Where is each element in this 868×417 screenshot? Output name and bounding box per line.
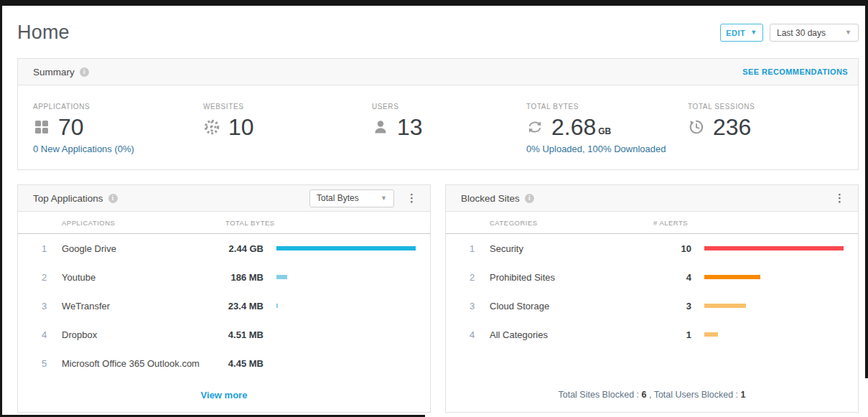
- table-row[interactable]: 4 Dropbox 4.51 MB: [18, 320, 430, 349]
- row-rank: 2: [42, 272, 62, 283]
- kebab-menu-icon[interactable]: ⋮: [831, 192, 848, 205]
- metric-label: WEBSITES: [203, 103, 372, 111]
- date-range-select[interactable]: Last 30 days ▼: [770, 24, 859, 42]
- blocked-sites-panel: Blocked Sites i ⋮ CATEGORIES # ALERTS 1 …: [445, 184, 859, 413]
- history-clock-icon: [688, 118, 705, 136]
- top-applications-footer: View more: [18, 378, 430, 412]
- metric-unit: GB: [598, 126, 611, 136]
- info-icon[interactable]: i: [80, 67, 89, 77]
- summary-panel: Summary i SEE RECOMMENDATIONS APPLICATIO…: [17, 58, 859, 170]
- blocked-totals-text: Total Sites Blocked : 6 , Total Users Bl…: [558, 390, 745, 400]
- row-name: Youtube: [62, 272, 209, 283]
- metric-label: TOTAL BYTES: [526, 103, 688, 111]
- metric-value: 236: [713, 116, 751, 139]
- metric-label: APPLICATIONS: [33, 103, 203, 111]
- row-value: 2.44 GB: [209, 243, 271, 254]
- blocked-sites-footer: Total Sites Blocked : 6 , Total Users Bl…: [446, 378, 858, 412]
- see-recommendations-link[interactable]: SEE RECOMMENDATIONS: [742, 67, 848, 76]
- metric-selector[interactable]: Total Bytes ▼: [309, 189, 394, 207]
- metric-applications: APPLICATIONS 70 0 New Applications (0%): [33, 103, 203, 169]
- row-name: Dropbox: [62, 329, 209, 340]
- table-row[interactable]: 3 WeTransfer 23.4 MB: [18, 291, 430, 320]
- summary-title: Summary: [33, 67, 75, 78]
- column-header-applications: APPLICATIONS: [62, 219, 209, 227]
- value-bar: [276, 304, 278, 308]
- metric-label: TOTAL SESSIONS: [688, 103, 755, 111]
- row-value: 10: [637, 243, 699, 254]
- row-rank: 1: [470, 243, 490, 254]
- row-name: Cloud Storage: [490, 301, 637, 311]
- summary-metrics: APPLICATIONS 70 0 New Applications (0%) …: [18, 85, 858, 169]
- globe-icon: [203, 118, 220, 136]
- blocked-sites-title: Blocked Sites: [461, 193, 520, 204]
- total-users-blocked-value: 1: [741, 390, 746, 400]
- blocked-sites-header: Blocked Sites i ⋮: [446, 185, 858, 212]
- row-name: WeTransfer: [62, 301, 209, 311]
- new-applications-link[interactable]: 0 New Applications (0%): [33, 144, 203, 154]
- value-bar: [704, 275, 760, 279]
- metric-value: 10: [228, 116, 254, 139]
- row-rank: 3: [470, 301, 490, 311]
- row-rank: 3: [42, 301, 62, 311]
- row-value: 3: [637, 301, 699, 311]
- dashboard-page: Home EDIT ▼ Last 30 days ▼ Summary i SEE…: [2, 6, 865, 416]
- top-applications-panel: Top Applications i Total Bytes ▼ ⋮ APPLI…: [17, 184, 431, 413]
- column-header-total-bytes: TOTAL BYTES: [209, 219, 271, 227]
- user-icon: [372, 118, 389, 136]
- kebab-menu-icon[interactable]: ⋮: [403, 192, 420, 205]
- table-row[interactable]: 4 All Categories 1: [446, 320, 858, 349]
- column-header-alerts: # ALERTS: [637, 219, 699, 227]
- row-value: 4.51 MB: [209, 329, 271, 340]
- table-row[interactable]: 1 Security 10: [446, 234, 858, 263]
- info-icon[interactable]: i: [525, 194, 534, 203]
- window-frame-right: [865, 0, 868, 378]
- value-bar: [704, 246, 844, 250]
- row-value: 23.4 MB: [209, 301, 271, 311]
- bar-track: [704, 304, 844, 308]
- edit-button[interactable]: EDIT ▼: [720, 24, 763, 42]
- bar-track: [276, 361, 416, 365]
- row-name: Microsoft Office 365 Outlook.com: [62, 358, 209, 369]
- metric-value: 70: [58, 116, 84, 139]
- metric-websites: WEBSITES 10: [203, 103, 372, 169]
- top-applications-table-header: APPLICATIONS TOTAL BYTES: [18, 212, 430, 234]
- window-frame-top: [0, 0, 868, 6]
- page-header: Home EDIT ▼ Last 30 days ▼: [2, 6, 865, 58]
- blocked-sites-table-header: CATEGORIES # ALERTS: [446, 212, 858, 234]
- metric-selector-value: Total Bytes: [317, 193, 359, 203]
- bar-track: [276, 275, 416, 279]
- bar-track: [276, 246, 416, 250]
- row-value: 186 MB: [209, 272, 271, 283]
- dashboard-columns: Top Applications i Total Bytes ▼ ⋮ APPLI…: [17, 184, 859, 413]
- row-value: 1: [637, 329, 699, 340]
- bar-track: [704, 332, 844, 337]
- edit-button-label: EDIT: [726, 29, 745, 37]
- summary-panel-header: Summary i SEE RECOMMENDATIONS: [18, 59, 858, 85]
- row-name: Google Drive: [62, 243, 209, 254]
- row-value: 4: [637, 272, 699, 283]
- row-rank: 4: [470, 329, 490, 340]
- column-header-categories: CATEGORIES: [490, 219, 637, 227]
- row-name: Prohibited Sites: [490, 272, 637, 283]
- row-name: All Categories: [490, 329, 637, 340]
- table-row[interactable]: 1 Google Drive 2.44 GB: [18, 234, 430, 263]
- metric-total-sessions: TOTAL SESSIONS 236: [688, 103, 755, 169]
- window-frame-left: [0, 0, 2, 417]
- transfer-arrows-icon: [526, 118, 543, 136]
- top-applications-header: Top Applications i Total Bytes ▼ ⋮: [18, 185, 430, 212]
- info-icon[interactable]: i: [108, 194, 118, 203]
- table-row[interactable]: 2 Prohibited Sites 4: [446, 263, 858, 291]
- bar-track: [704, 246, 844, 250]
- upload-download-link[interactable]: 0% Uploaded, 100% Downloaded: [526, 144, 688, 154]
- row-name: Security: [490, 243, 637, 254]
- row-rank: 1: [42, 243, 62, 254]
- table-row[interactable]: 5 Microsoft Office 365 Outlook.com 4.45 …: [18, 349, 430, 378]
- metric-value: 13: [397, 116, 423, 139]
- view-more-link[interactable]: View more: [201, 390, 248, 400]
- table-row[interactable]: 3 Cloud Storage 3: [446, 291, 858, 320]
- metric-value: 2.68: [551, 116, 596, 139]
- row-rank: 5: [42, 358, 62, 369]
- table-row[interactable]: 2 Youtube 186 MB: [18, 263, 430, 291]
- total-sites-blocked-label: Total Sites Blocked :: [558, 390, 641, 400]
- metric-label: USERS: [372, 103, 526, 111]
